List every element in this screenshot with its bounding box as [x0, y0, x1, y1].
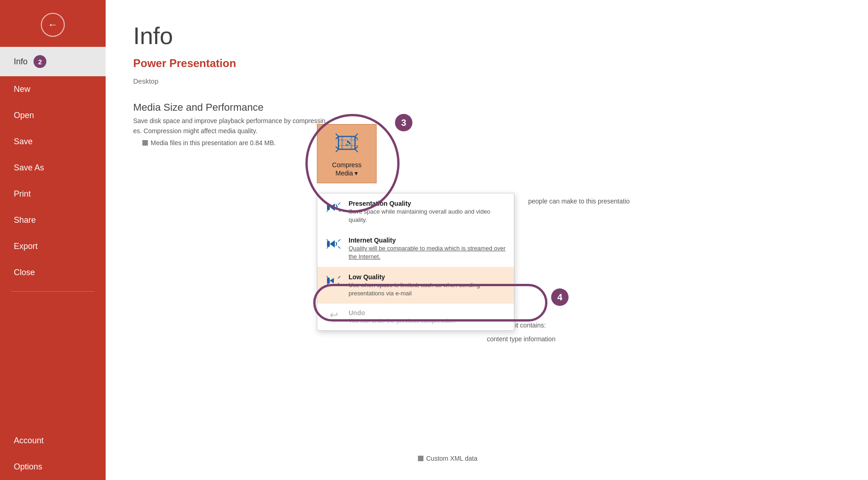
presentation-quality-text: Presentation Quality Save space while ma…: [349, 200, 506, 224]
presentation-quality-title: Presentation Quality: [349, 200, 506, 207]
dropdown-undo[interactable]: ↩ Undo You can undo the previous compres…: [317, 304, 514, 330]
sidebar-bottom: Account Options: [0, 428, 106, 480]
low-quality-desc: Use when space is limited, such as when …: [349, 282, 480, 297]
sidebar-item-options[interactable]: Options: [0, 454, 106, 480]
page-title: Info: [106, 0, 868, 57]
low-quality-text: Low Quality Use when space is limited, s…: [349, 273, 506, 297]
svg-marker-7: [330, 203, 335, 211]
sidebar-item-label: Save As: [14, 163, 44, 172]
undo-desc: You can undo the previous compression.: [349, 317, 456, 324]
sidebar-item-label: Open: [14, 111, 34, 120]
sidebar-item-save[interactable]: Save: [0, 129, 106, 155]
media-section-desc: Save disk space and improve playback per…: [106, 117, 427, 127]
sidebar-item-label: Info: [14, 57, 28, 66]
svg-line-17: [338, 246, 340, 248]
sidebar-item-share[interactable]: Share: [0, 207, 106, 233]
dropdown-internet-quality[interactable]: Internet Quality Quality will be compara…: [317, 230, 514, 267]
low-quality-icon: [326, 274, 342, 290]
sidebar-badge-2: 2: [34, 55, 46, 68]
sidebar-item-label: Share: [14, 215, 36, 225]
compress-icon: 🔊: [335, 133, 359, 157]
sidebar-item-label: Options: [14, 462, 42, 471]
sidebar-item-account[interactable]: Account: [0, 428, 106, 454]
sidebar-item-label: Export: [14, 242, 38, 251]
dropdown-presentation-quality[interactable]: Presentation Quality Save space while ma…: [317, 193, 514, 230]
svg-line-16: [338, 239, 340, 242]
svg-line-10: [338, 203, 340, 205]
presentation-quality-desc: Save space while maintaining overall aud…: [349, 208, 490, 223]
right-panel-xml: Custom XML data: [418, 455, 478, 462]
svg-rect-18: [327, 278, 330, 283]
right-panel-people: people can make to this presentatio: [528, 198, 630, 205]
sidebar-item-save-as[interactable]: Save As: [0, 155, 106, 181]
sidebar-item-print[interactable]: Print: [0, 181, 106, 207]
sidebar-item-close[interactable]: Close: [0, 260, 106, 286]
sidebar-divider: [11, 291, 95, 292]
svg-text:🔊: 🔊: [345, 139, 353, 147]
svg-line-11: [338, 209, 340, 212]
main-content: Info Power Presentation Desktop Media Si…: [106, 0, 868, 480]
svg-line-22: [338, 276, 340, 278]
undo-title: Undo: [349, 309, 456, 316]
annotation-badge-4: 4: [551, 288, 569, 306]
svg-marker-13: [330, 240, 335, 248]
sidebar-item-label: New: [14, 85, 30, 94]
sidebar-item-label: Close: [14, 268, 35, 277]
back-icon: ←: [41, 13, 65, 37]
media-size-info: Media files in this presentation are 0.8…: [106, 137, 868, 152]
xml-checkbox: [418, 456, 423, 461]
internet-quality-title: Internet Quality: [349, 237, 506, 244]
sidebar: ← Info 2 New Open Save Save As Print Sha…: [0, 0, 106, 480]
checkbox-icon: [142, 140, 148, 146]
sidebar-item-label: Save: [14, 137, 33, 146]
svg-rect-6: [327, 204, 330, 210]
media-size-text: Media files in this presentation are 0.8…: [151, 139, 276, 147]
dropdown-low-quality[interactable]: Low Quality Use when space is limited, s…: [317, 267, 514, 304]
sidebar-item-open[interactable]: Open: [0, 102, 106, 129]
back-button[interactable]: ←: [0, 0, 106, 47]
sidebar-item-info[interactable]: Info 2: [0, 47, 106, 76]
sidebar-item-new[interactable]: New: [0, 76, 106, 102]
internet-quality-desc: Quality will be comparable to media whic…: [349, 245, 506, 260]
svg-marker-19: [330, 278, 334, 283]
presentation-quality-icon: [326, 201, 342, 216]
undo-text: Undo You can undo the previous compressi…: [349, 309, 456, 325]
svg-rect-12: [327, 241, 330, 247]
file-location: Desktop: [106, 77, 868, 98]
internet-quality-text: Internet Quality Quality will be compara…: [349, 237, 506, 260]
svg-line-23: [338, 283, 340, 285]
low-quality-title: Low Quality: [349, 273, 506, 281]
compress-media-button[interactable]: 🔊 CompressMedia ▾: [317, 124, 377, 183]
media-section-title: Media Size and Performance: [106, 98, 868, 117]
right-panel-content: content type information: [487, 335, 555, 343]
undo-icon: ↩: [326, 309, 342, 321]
sidebar-item-label: Print: [14, 189, 31, 198]
svg-rect-1: [341, 136, 343, 149]
compress-media-button-wrapper: 🔊 CompressMedia ▾: [317, 124, 377, 183]
sidebar-item-label: Account: [14, 436, 44, 445]
sidebar-item-export[interactable]: Export: [0, 233, 106, 260]
file-name: Power Presentation: [106, 57, 868, 77]
media-section-desc2: es. Compression might affect media quali…: [106, 127, 427, 137]
internet-quality-icon: [326, 237, 342, 253]
compress-btn-label: CompressMedia ▾: [332, 161, 361, 177]
compress-dropdown-menu: Presentation Quality Save space while ma…: [317, 193, 514, 331]
